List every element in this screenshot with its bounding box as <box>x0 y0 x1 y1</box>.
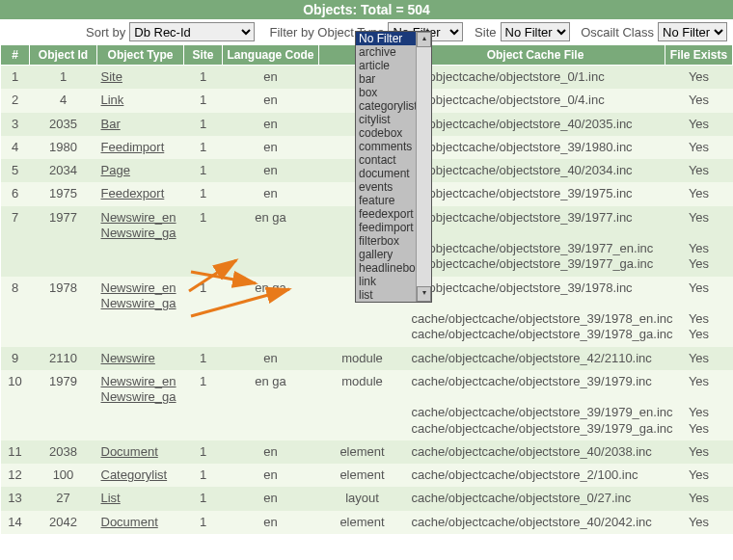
object-type-link[interactable]: Feedimport <box>101 140 180 155</box>
site: 1 <box>184 464 223 487</box>
file-exists: Yes <box>665 113 733 136</box>
dropdown-option[interactable]: feature <box>356 194 417 207</box>
object-type-link[interactable]: Feedexport <box>101 186 180 201</box>
dropdown-option[interactable]: codebox <box>356 126 417 140</box>
oscailt-type: element <box>319 464 406 487</box>
dropdown-option[interactable]: link <box>356 275 417 288</box>
file-exists: Yes <box>665 182 733 205</box>
site: 1 <box>184 113 223 136</box>
scroll-up-icon[interactable]: ▴ <box>417 32 431 47</box>
object-type-link[interactable]: Newswire <box>101 351 180 366</box>
cache-file: cache/objectcache/objectstore_2/100.inc <box>406 464 665 487</box>
object-type: Newswire <box>97 347 184 370</box>
object-type: Bar <box>97 113 184 136</box>
oscailt-type: element <box>319 440 406 464</box>
lang: en <box>223 66 319 90</box>
cache-file: he/objectcache/objectstore_40/2035.inc <box>406 113 665 136</box>
dropdown-option[interactable]: contact <box>356 153 417 167</box>
dropdown-scrollbar[interactable]: ▴ ▾ <box>416 32 431 302</box>
file-exists: Yes YesYes <box>665 206 733 277</box>
object-type-link[interactable]: Newswire_en <box>101 374 180 389</box>
object-type-link[interactable]: Newswire_ga <box>101 226 180 241</box>
object-type-link[interactable]: Newswire_en <box>101 210 180 226</box>
dropdown-option[interactable]: feedimport <box>356 221 417 234</box>
object-type-link[interactable]: Newswire_ga <box>101 389 180 405</box>
object-type-link[interactable]: Link <box>101 93 180 108</box>
site: 1 <box>184 66 223 90</box>
cache-file: he/objectcache/objectstore_0/1.inc <box>406 66 665 90</box>
file-exists: Yes <box>665 66 733 90</box>
site-label: Site <box>475 25 496 40</box>
cache-file: he/objectcache/objectstore_39/1977.inc h… <box>406 206 665 277</box>
cache-file: he/objectcache/objectstore_39/1978.inc c… <box>406 277 665 347</box>
object-id: 27 <box>30 487 97 510</box>
dropdown-option[interactable]: filterbox <box>356 234 417 248</box>
dropdown-option[interactable]: comments <box>356 140 417 153</box>
row-num: 6 <box>1 182 30 205</box>
oscailt-type: module <box>319 370 406 440</box>
file-exists: Yes <box>665 159 733 182</box>
scroll-down-icon[interactable]: ▾ <box>417 286 431 302</box>
dropdown-option[interactable]: No Filter <box>356 32 417 45</box>
object-id: 1978 <box>30 277 97 347</box>
object-type-link[interactable]: List <box>101 491 180 506</box>
oscailt-type: layout <box>319 487 406 510</box>
dropdown-option[interactable]: gallery <box>356 248 417 261</box>
object-type-link[interactable]: Newswire_ga <box>101 296 180 311</box>
object-id: 2034 <box>30 159 97 182</box>
object-type-link[interactable]: Document <box>101 444 180 460</box>
object-type-link[interactable]: Categorylist <box>101 467 180 483</box>
dropdown-option[interactable]: feedexport <box>356 207 417 221</box>
col-6: Object Cache File <box>406 45 665 66</box>
oscailt-type: module <box>319 347 406 370</box>
object-type-link[interactable]: Bar <box>101 117 180 132</box>
site: 1 <box>184 511 223 534</box>
dropdown-option[interactable]: bar <box>356 72 417 86</box>
dropdown-option[interactable]: document <box>356 167 417 180</box>
dropdown-option[interactable]: archive <box>356 45 417 59</box>
object-id: 100 <box>30 464 97 487</box>
dropdown-option[interactable]: list <box>356 288 417 302</box>
lang: en <box>223 159 319 182</box>
lang: en <box>223 464 319 487</box>
filter-type-dropdown-open[interactable]: No Filterarchivearticlebarboxcategorylis… <box>355 31 432 303</box>
row-num: 1 <box>1 66 30 90</box>
lang: en <box>223 511 319 534</box>
lang: en ga <box>223 370 319 440</box>
object-id: 1977 <box>30 206 97 277</box>
lang: en <box>223 136 319 159</box>
row-num: 4 <box>1 136 30 159</box>
cache-file: cache/objectcache/objectstore_0/27.inc <box>406 487 665 510</box>
table-row: 101979Newswire_enNewswire_ga1en gamodule… <box>1 370 733 440</box>
file-exists: Yes <box>665 487 733 510</box>
site: 1 <box>184 487 223 510</box>
object-type-link[interactable]: Page <box>101 163 180 178</box>
col-3: Site <box>184 45 223 66</box>
file-exists: Yes <box>665 511 733 534</box>
lang: en ga <box>223 206 319 277</box>
lang: en <box>223 347 319 370</box>
object-type-link[interactable]: Site <box>101 69 180 85</box>
dropdown-option[interactable]: article <box>356 59 417 72</box>
class-label: Oscailt Class <box>581 25 654 40</box>
sort-select[interactable]: Db Rec-Id <box>129 22 255 41</box>
lang: en <box>223 113 319 136</box>
table-row: 112038Document1enelementcache/objectcach… <box>1 440 733 464</box>
object-type: Document <box>97 440 184 464</box>
dropdown-option[interactable]: headlinebox <box>356 261 417 275</box>
site: 1 <box>184 277 223 347</box>
object-type-link[interactable]: Document <box>101 515 180 530</box>
site: 1 <box>184 370 223 440</box>
dropdown-option[interactable]: box <box>356 86 417 99</box>
lang: en <box>223 440 319 464</box>
dropdown-option[interactable]: events <box>356 180 417 194</box>
object-type-link[interactable]: Newswire_en <box>101 280 180 296</box>
dropdown-option[interactable]: categorylist <box>356 99 417 113</box>
class-select[interactable]: No Filter <box>658 22 727 41</box>
dropdown-option[interactable]: citylist <box>356 113 417 126</box>
col-4: Language Code <box>223 45 319 66</box>
titlebar: Objects: Total = 504 <box>0 0 733 19</box>
site-select[interactable]: No Filter <box>501 22 570 41</box>
object-type: Newswire_enNewswire_ga <box>97 206 184 277</box>
object-type: Page <box>97 159 184 182</box>
